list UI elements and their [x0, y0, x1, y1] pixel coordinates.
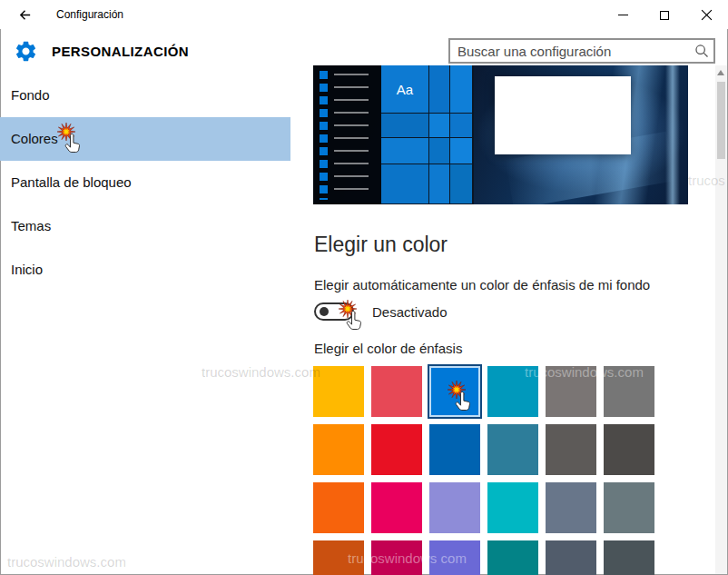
accent-swatch-2-2[interactable] [429, 482, 480, 533]
accent-swatch-2-0[interactable] [313, 482, 364, 533]
auto-accent-label: Elegir automáticamente un color de énfas… [314, 277, 650, 292]
accent-swatch-2-3[interactable] [487, 482, 538, 533]
preview-aa-label: Aa [397, 82, 413, 97]
sidebar-item-colores[interactable]: Colores [0, 117, 290, 161]
section-title: Elegir un color [314, 233, 448, 257]
accent-color-grid [313, 366, 654, 575]
close-button[interactable] [685, 1, 727, 29]
search-icon[interactable] [690, 40, 713, 62]
accent-swatch-2-1[interactable] [371, 482, 422, 533]
accent-swatch-1-2[interactable] [429, 424, 480, 475]
accent-swatch-3-3[interactable] [487, 540, 538, 575]
accent-swatch-3-1[interactable] [371, 540, 422, 575]
sidebar-item-pantalla-de-bloqueo[interactable]: Pantalla de bloqueo [0, 161, 290, 204]
preview-menu-lines [334, 74, 369, 201]
page-title: PERSONALIZACIÓN [52, 44, 189, 59]
minimize-icon [618, 15, 628, 15]
accent-swatch-1-4[interactable] [546, 424, 596, 475]
accent-swatch-0-2[interactable] [429, 366, 480, 417]
scrollbar-thumb[interactable] [717, 82, 725, 159]
wallpaper-beam [665, 65, 680, 204]
accent-swatch-3-2[interactable] [429, 540, 480, 575]
accent-swatch-0-5[interactable] [604, 366, 654, 417]
scrollbar-up-button[interactable] [717, 68, 725, 77]
sidebar: Fondo Colores Pantalla de bloqueo Temas … [0, 74, 290, 292]
sidebar-item-temas[interactable]: Temas [0, 204, 290, 248]
watermark: trucoswindows.com [7, 554, 126, 570]
minimize-button[interactable] [602, 1, 644, 29]
back-button[interactable] [11, 5, 38, 24]
maximize-button[interactable] [644, 1, 685, 29]
accent-swatch-1-0[interactable] [313, 424, 364, 475]
accent-picker-label: Elegir el color de énfasis [314, 341, 462, 356]
scrollbar-track[interactable] [715, 65, 727, 574]
accent-swatch-3-4[interactable] [546, 540, 596, 575]
toggle-state-label: Desactivado [372, 304, 448, 320]
accent-swatch-0-4[interactable] [546, 366, 596, 417]
accent-swatch-2-5[interactable] [604, 482, 654, 533]
settings-gear-icon [14, 39, 38, 64]
maximize-icon [660, 11, 669, 20]
preview-tile-grid: Aa [381, 65, 474, 204]
titlebar: Configuración [0, 0, 728, 29]
accent-swatch-1-3[interactable] [487, 424, 538, 475]
theme-preview-image: Aa [313, 65, 688, 204]
back-arrow-icon [17, 7, 33, 23]
preview-start-menu [313, 65, 381, 204]
settings-window: Configuración PERSONALIZACIÓN [0, 0, 728, 575]
sidebar-item-fondo[interactable]: Fondo [0, 74, 290, 117]
accent-swatch-3-5[interactable] [604, 540, 654, 575]
window-title: Configuración [56, 8, 123, 21]
accent-swatch-0-3[interactable] [487, 366, 538, 417]
search-box [448, 38, 715, 64]
sidebar-item-inicio[interactable]: Inicio [0, 248, 290, 292]
close-icon [701, 9, 713, 21]
watermark: trucoswindows.com [202, 364, 320, 380]
accent-swatch-0-0[interactable] [313, 366, 364, 417]
accent-swatch-2-4[interactable] [546, 482, 596, 533]
preview-app-window [495, 76, 631, 154]
preview-tile-column [320, 71, 328, 200]
accent-swatch-1-5[interactable] [604, 424, 654, 475]
accent-swatch-3-0[interactable] [313, 540, 364, 575]
search-input[interactable] [450, 40, 690, 62]
auto-accent-toggle[interactable] [314, 302, 354, 321]
accent-swatch-0-1[interactable] [371, 366, 422, 417]
accent-swatch-1-1[interactable] [371, 424, 422, 475]
toggle-knob [320, 307, 329, 316]
window-controls [602, 1, 727, 29]
